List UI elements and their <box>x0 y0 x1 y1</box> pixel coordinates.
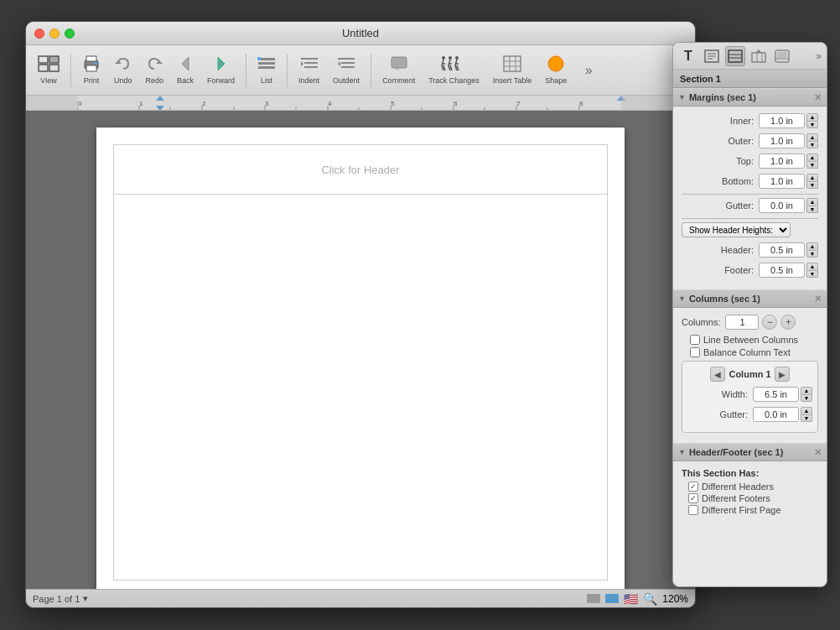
bottom-margin-input[interactable]: 1.0 in <box>759 174 805 189</box>
text-inspector-btn[interactable]: T <box>678 46 698 66</box>
close-button[interactable] <box>34 29 44 39</box>
insert-table-button[interactable]: Insert Table <box>488 52 537 88</box>
insert-table-label: Insert Table <box>493 76 531 85</box>
svg-text:5: 5 <box>391 100 395 107</box>
footer-height-row: Footer: 0.5 in ▲ ▼ <box>682 263 818 278</box>
print-button[interactable]: Print <box>77 52 106 88</box>
footer-down[interactable]: ▼ <box>806 271 818 279</box>
more-toolbar-button[interactable]: » <box>575 60 602 81</box>
inner-margin-up[interactable]: ▲ <box>806 113 818 122</box>
inner-margin-input[interactable]: 1.0 in <box>759 113 805 128</box>
page-header[interactable]: Click for Header <box>113 144 608 195</box>
outer-margin-down[interactable]: ▼ <box>806 142 818 149</box>
col-next-btn[interactable]: ▶ <box>775 367 790 382</box>
col-prev-btn[interactable]: ◀ <box>710 367 725 382</box>
redo-icon <box>146 55 163 75</box>
hf-content: This Section Has: Different Headers Diff… <box>673 461 827 523</box>
balance-col-row: Balance Column Text <box>682 347 818 357</box>
window-title: Untitled <box>342 27 379 39</box>
top-margin-up[interactable]: ▲ <box>806 154 818 162</box>
table-inspector-btn[interactable] <box>749 46 769 66</box>
top-margin-stepper[interactable]: ▲ ▼ <box>806 154 818 169</box>
inspector-more-btn[interactable]: » <box>816 50 822 62</box>
columns-close-btn[interactable]: ✕ <box>814 294 822 305</box>
diff-footers-check[interactable] <box>688 493 698 503</box>
col-gutter-up[interactable]: ▲ <box>801 407 812 415</box>
redo-button[interactable]: Redo <box>141 52 169 88</box>
top-input-group: 1.0 in ▲ ▼ <box>759 154 818 169</box>
outer-margin-input[interactable]: 1.0 in <box>759 133 805 148</box>
hf-close-btn[interactable]: ✕ <box>814 447 822 458</box>
back-button[interactable]: Back <box>172 52 199 88</box>
diff-headers-check[interactable] <box>688 482 698 492</box>
bottom-margin-stepper[interactable]: ▲ ▼ <box>806 174 818 189</box>
footer-height-input[interactable]: 0.5 in <box>759 263 805 278</box>
maximize-button[interactable] <box>65 29 75 39</box>
page-menu-arrow[interactable]: ▾ <box>83 593 88 604</box>
svg-marker-10 <box>182 57 189 70</box>
header-placeholder: Click for Header <box>321 164 399 176</box>
forward-button[interactable]: Forward <box>202 52 240 88</box>
zoom-level: 120% <box>662 593 688 605</box>
ruler: 0 1 2 3 4 5 6 7 8 <box>26 96 695 111</box>
inner-margin-stepper[interactable]: ▲ ▼ <box>806 113 818 128</box>
columns-increase-btn[interactable]: + <box>780 315 796 330</box>
col-width-up[interactable]: ▲ <box>801 387 812 395</box>
header-height-input[interactable]: 0.5 in <box>759 242 805 258</box>
col-width-stepper[interactable]: ▲ ▼ <box>801 387 812 402</box>
gutter-stepper[interactable]: ▲ ▼ <box>806 198 818 213</box>
col-gutter-stepper[interactable]: ▲ ▼ <box>801 407 812 422</box>
col-gutter-down[interactable]: ▼ <box>801 415 812 423</box>
margins-close-btn[interactable]: ✕ <box>814 92 822 103</box>
media-inspector-btn[interactable] <box>772 46 792 66</box>
section-inspector-btn[interactable] <box>725 46 745 66</box>
print-label: Print <box>84 76 100 85</box>
gutter-input[interactable]: 0.0 in <box>759 198 805 213</box>
bottom-margin-down[interactable]: ▼ <box>806 182 818 190</box>
indent-button[interactable]: Indent <box>293 52 324 88</box>
undo-button[interactable]: Undo <box>109 52 137 88</box>
page-body[interactable] <box>113 195 608 581</box>
gutter-up[interactable]: ▲ <box>806 198 818 206</box>
zoom-icon[interactable]: 🔍 <box>643 592 657 606</box>
show-header-heights-row: Show Header Heights: <box>682 222 818 237</box>
separator-2 <box>246 54 246 87</box>
svg-rect-2 <box>39 65 48 71</box>
shape-button[interactable]: Shape <box>540 52 572 88</box>
minimize-button[interactable] <box>49 29 60 39</box>
track-changes-button[interactable]: Track Changes <box>423 52 485 88</box>
col-width-down[interactable]: ▼ <box>801 395 812 403</box>
col-width-row: Width: 6.5 in ▲ ▼ <box>687 387 812 402</box>
list-button[interactable]: List <box>252 52 281 88</box>
top-margin-down[interactable]: ▼ <box>806 162 818 169</box>
outdent-button[interactable]: Outdent <box>328 52 365 88</box>
columns-decrease-btn[interactable]: − <box>762 315 777 330</box>
header-down[interactable]: ▼ <box>806 251 818 258</box>
footer-stepper[interactable]: ▲ ▼ <box>806 263 818 278</box>
view-label: View <box>40 76 56 85</box>
line-between-checkbox[interactable] <box>690 335 700 345</box>
col-width-input[interactable]: 6.5 in <box>753 387 799 402</box>
show-header-heights-select[interactable]: Show Header Heights: <box>682 222 791 237</box>
header-up[interactable]: ▲ <box>806 242 818 251</box>
outer-margin-stepper[interactable]: ▲ ▼ <box>806 133 818 148</box>
insert-table-icon <box>503 55 521 75</box>
view-button[interactable]: View <box>33 52 65 88</box>
footer-up[interactable]: ▲ <box>806 263 818 271</box>
columns-count-input[interactable]: 1 <box>725 315 759 330</box>
top-margin-input[interactable]: 1.0 in <box>759 154 805 169</box>
balance-col-checkbox[interactable] <box>690 347 700 357</box>
diff-first-check[interactable] <box>688 505 698 515</box>
col-gutter-input[interactable]: 0.0 in <box>753 407 799 422</box>
comment-button[interactable]: Comment <box>377 52 420 88</box>
gutter-down[interactable]: ▼ <box>806 206 818 214</box>
document-inspector-btn[interactable] <box>702 46 722 66</box>
column1-header: ◀ Column 1 ▶ <box>687 367 812 382</box>
outer-margin-up[interactable]: ▲ <box>806 133 818 142</box>
outer-margin-row: Outer: 1.0 in ▲ ▼ <box>682 133 818 148</box>
status-icon-2 <box>605 594 619 603</box>
header-stepper[interactable]: ▲ ▼ <box>806 242 818 258</box>
status-icon-1 <box>587 594 600 603</box>
inner-margin-down[interactable]: ▼ <box>806 122 818 129</box>
bottom-margin-up[interactable]: ▲ <box>806 174 818 182</box>
